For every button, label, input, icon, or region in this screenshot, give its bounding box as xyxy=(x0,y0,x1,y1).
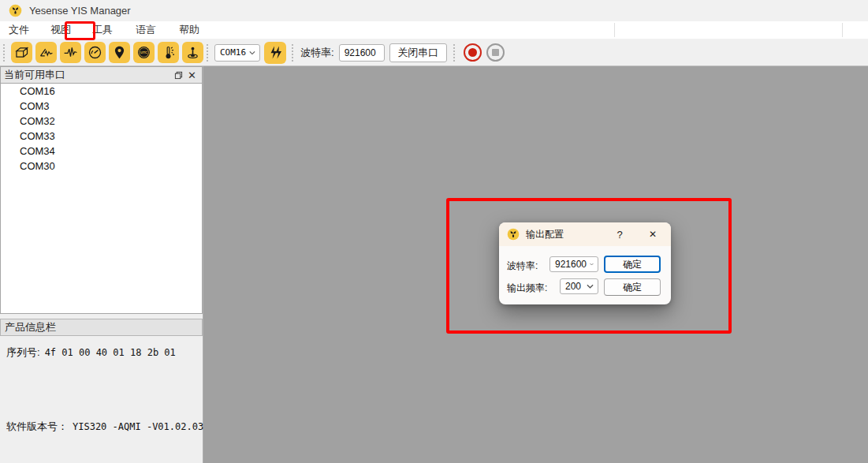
dialog-rate-ok-button[interactable]: 确定 xyxy=(604,278,661,296)
stop-icon xyxy=(492,49,499,56)
level-pin-icon xyxy=(184,44,201,61)
serial-number-value: 4f 01 00 40 01 18 2b 01 xyxy=(45,347,176,358)
stop-button[interactable] xyxy=(486,43,505,62)
ports-list: COM16 COM3 COM32 COM33 COM34 COM30 xyxy=(0,84,203,314)
dialog-logo-icon xyxy=(507,228,520,241)
pulse-wave-icon xyxy=(62,44,79,61)
dialog-baud-ok-button[interactable]: 确定 xyxy=(604,256,661,273)
menu-file[interactable]: 文件 xyxy=(0,21,38,39)
cube-3d-icon xyxy=(13,44,30,61)
close-panel-icon[interactable]: ✕ xyxy=(185,69,199,82)
app-logo-icon xyxy=(9,4,22,17)
software-version-row: 软件版本号： YIS320 -AQMI -V01.02.03; xyxy=(6,420,196,434)
gauge-icon xyxy=(87,44,103,61)
chevron-down-icon xyxy=(379,50,380,55)
port-select-value: COM16 xyxy=(220,47,246,58)
port-list-item[interactable]: COM33 xyxy=(1,129,202,144)
menubar-separator xyxy=(614,23,615,37)
toolbar-drag-handle[interactable] xyxy=(2,43,6,62)
software-version-value: YIS320 -AQMI -V01.02.03; xyxy=(73,421,209,432)
record-button[interactable] xyxy=(464,43,482,62)
toolbar-drag-handle[interactable] xyxy=(291,43,294,62)
close-serial-port-button[interactable]: 关闭串口 xyxy=(389,43,447,62)
svg-text:UTC: UTC xyxy=(140,50,148,54)
dialog-rate-label: 输出频率: xyxy=(507,282,547,295)
baud-rate-value: 921600 xyxy=(345,47,376,58)
serial-number-label: 序列号: xyxy=(6,345,40,360)
toolbar-icon-group: UTC xyxy=(11,42,203,63)
dialog-rate-value: 200 xyxy=(565,281,581,292)
ports-panel-header: 当前可用串口 ✕ xyxy=(0,66,203,84)
window-titlebar: Yesense YIS Manager xyxy=(0,0,868,21)
baud-rate-label: 波特率: xyxy=(300,46,334,60)
toolbar-drag-handle[interactable] xyxy=(206,43,209,62)
port-list-item[interactable]: COM30 xyxy=(1,159,202,174)
port-select[interactable]: COM16 xyxy=(214,44,260,62)
dialog-baud-select[interactable]: 921600 xyxy=(549,256,598,272)
chevron-down-icon xyxy=(590,262,594,267)
dialog-baud-value: 921600 xyxy=(555,259,587,270)
menu-bar: 文件 视图 工具 语言 帮助 xyxy=(0,21,868,39)
refresh-lightning-icon xyxy=(268,45,283,60)
product-info-header: 产品信息栏 xyxy=(0,319,203,336)
dialog-baud-label: 波特率: xyxy=(507,260,538,273)
chevron-down-icon xyxy=(249,50,255,55)
toolbar: UTC COM16 xyxy=(0,39,868,66)
attitude-plot-button[interactable] xyxy=(35,42,57,63)
port-list-item[interactable]: COM34 xyxy=(1,144,202,159)
serial-number-row: 序列号: 4f 01 00 40 01 18 2b 01 xyxy=(6,345,196,360)
utc-clock-button[interactable]: UTC xyxy=(133,42,155,63)
window-title: Yesense YIS Manager xyxy=(29,5,131,17)
output-config-dialog: 输出配置 ? ✕ 波特率: 921600 确定 输出频率: 200 确定 xyxy=(499,222,671,304)
main-workspace: 输出配置 ? ✕ 波特率: 921600 确定 输出频率: 200 确定 xyxy=(203,66,868,463)
location-pin-icon xyxy=(111,44,128,61)
product-info-title: 产品信息栏 xyxy=(5,320,56,334)
waveform-plot-button[interactable] xyxy=(60,42,81,63)
menu-view[interactable]: 视图 xyxy=(42,21,80,39)
dialog-close-button[interactable]: ✕ xyxy=(644,226,661,242)
product-info-body: 序列号: 4f 01 00 40 01 18 2b 01 软件版本号： YIS3… xyxy=(0,336,203,434)
gauge-button[interactable] xyxy=(84,42,106,63)
location-button[interactable] xyxy=(109,42,130,63)
refresh-ports-button[interactable] xyxy=(264,42,286,64)
chevron-down-icon xyxy=(587,284,594,289)
menu-tools[interactable]: 工具 xyxy=(84,21,121,39)
left-dock-panel: 当前可用串口 ✕ COM16 COM3 COM32 COM33 COM34 CO… xyxy=(0,66,203,463)
record-icon xyxy=(468,48,477,57)
port-list-item[interactable]: COM32 xyxy=(1,114,202,129)
dialog-help-button[interactable]: ? xyxy=(612,226,628,242)
temperature-button[interactable] xyxy=(158,42,179,63)
dialog-title: 输出配置 xyxy=(526,228,564,241)
menu-language[interactable]: 语言 xyxy=(127,21,165,39)
menu-help[interactable]: 帮助 xyxy=(170,21,208,39)
angle-wave-icon xyxy=(38,44,54,61)
level-pin-button[interactable] xyxy=(182,42,203,63)
toolbar-drag-handle[interactable] xyxy=(453,43,456,62)
software-version-label: 软件版本号： xyxy=(6,420,68,434)
port-list-item[interactable]: COM16 xyxy=(1,84,202,99)
port-list-item[interactable]: COM3 xyxy=(1,99,202,114)
menubar-separator xyxy=(842,23,843,37)
ports-panel-title: 当前可用串口 xyxy=(4,68,172,82)
utc-clock-icon: UTC xyxy=(136,44,152,61)
baud-rate-select[interactable]: 921600 xyxy=(339,44,385,62)
dialog-rate-select[interactable]: 200 xyxy=(560,278,598,294)
cube-3d-button[interactable] xyxy=(11,42,32,63)
float-panel-icon[interactable] xyxy=(172,69,185,82)
thermometer-icon xyxy=(160,44,177,61)
